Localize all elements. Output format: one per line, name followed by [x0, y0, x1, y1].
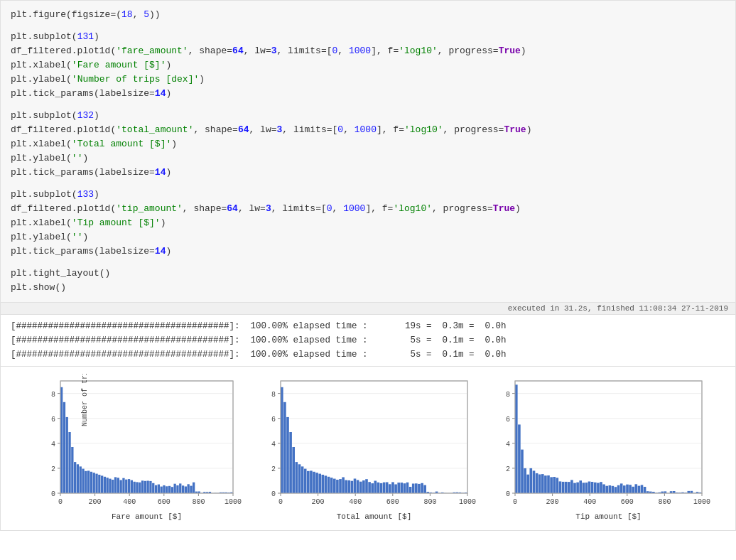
svg-text:800: 800 [192, 498, 205, 506]
svg-rect-214 [539, 475, 541, 494]
svg-rect-226 [573, 483, 576, 493]
svg-rect-145 [377, 483, 380, 493]
svg-text:4: 4 [271, 441, 276, 448]
svg-rect-120 [304, 469, 307, 493]
svg-text:0: 0 [278, 498, 283, 506]
svg-rect-144 [374, 481, 377, 494]
svg-rect-54 [161, 487, 163, 493]
svg-rect-237 [605, 486, 608, 493]
svg-text:400: 400 [123, 498, 136, 506]
svg-rect-234 [597, 483, 600, 494]
svg-rect-232 [591, 482, 594, 493]
svg-rect-118 [298, 464, 301, 493]
svg-rect-132 [339, 479, 342, 493]
svg-text:0: 0 [271, 490, 276, 498]
svg-rect-44 [134, 482, 136, 493]
svg-text:8: 8 [271, 391, 276, 399]
chart-svg: 02468 02004006008001000 Total amount [$] [258, 374, 478, 523]
svg-rect-141 [365, 479, 368, 493]
svg-rect-249 [641, 485, 644, 493]
svg-rect-39 [120, 480, 122, 494]
svg-rect-50 [149, 481, 151, 493]
svg-rect-230 [585, 483, 588, 493]
code-line [11, 180, 725, 187]
code-line: plt.xlabel('Fare amount [$]') [11, 58, 725, 72]
svg-rect-115 [289, 432, 292, 493]
svg-rect-154 [404, 483, 406, 493]
svg-text:8: 8 [506, 391, 510, 399]
svg-rect-31 [98, 475, 100, 493]
svg-rect-158 [415, 483, 418, 493]
svg-text:6: 6 [51, 416, 55, 424]
svg-rect-244 [626, 485, 629, 493]
code-line: plt.xlabel('Total amount [$]') [11, 137, 725, 151]
svg-rect-59 [174, 484, 176, 493]
svg-rect-133 [342, 478, 345, 494]
svg-rect-149 [389, 484, 391, 493]
svg-rect-228 [579, 480, 582, 493]
svg-rect-224 [568, 482, 570, 493]
svg-rect-147 [383, 483, 386, 493]
svg-rect-156 [409, 487, 412, 493]
svg-text:2: 2 [271, 465, 276, 473]
svg-rect-55 [163, 485, 165, 493]
code-line: df_filtered.plot1d('fare_amount', shape=… [11, 44, 725, 58]
svg-rect-60 [176, 485, 178, 493]
svg-rect-18 [63, 402, 65, 493]
svg-text:0: 0 [513, 498, 517, 506]
svg-rect-42 [128, 479, 130, 493]
svg-rect-222 [562, 482, 565, 493]
svg-rect-239 [612, 486, 615, 493]
svg-rect-36 [112, 480, 114, 493]
svg-rect-215 [541, 474, 544, 493]
svg-rect-152 [397, 483, 400, 493]
chart-svg: 02468 02004006008001000 Tip amount [$] [492, 374, 713, 523]
svg-rect-241 [617, 485, 620, 493]
svg-rect-212 [533, 470, 536, 493]
svg-rect-155 [406, 483, 409, 493]
svg-text:0: 0 [51, 490, 55, 498]
code-line: plt.ylabel('') [11, 151, 725, 166]
svg-rect-23 [77, 464, 79, 493]
chart-svg: 02468 02004006008001000 Fare amount [$] … [23, 374, 244, 523]
svg-rect-37 [114, 477, 117, 493]
code-line: df_filtered.plot1d('tip_amount', shape=6… [11, 202, 725, 216]
svg-rect-223 [565, 482, 568, 493]
svg-rect-242 [620, 483, 623, 493]
svg-rect-219 [553, 477, 556, 493]
svg-rect-123 [313, 472, 315, 493]
svg-rect-218 [550, 477, 553, 493]
svg-rect-146 [380, 483, 383, 493]
svg-rect-52 [155, 485, 157, 493]
svg-rect-243 [623, 485, 626, 493]
svg-rect-45 [136, 482, 138, 493]
svg-rect-225 [570, 480, 573, 493]
svg-rect-159 [418, 484, 421, 493]
svg-rect-157 [412, 484, 415, 494]
code-line [11, 101, 725, 108]
svg-rect-160 [421, 483, 423, 493]
svg-rect-136 [351, 481, 354, 493]
svg-rect-231 [588, 482, 591, 494]
svg-rect-49 [147, 481, 149, 494]
progress-line: [#######################################… [11, 319, 725, 333]
svg-rect-47 [141, 480, 144, 493]
svg-rect-246 [632, 487, 634, 493]
progress-line: [#######################################… [11, 348, 725, 362]
svg-rect-235 [600, 482, 602, 493]
svg-text:Fare amount [$]: Fare amount [$] [112, 512, 182, 521]
svg-rect-119 [301, 466, 304, 493]
svg-rect-161 [423, 485, 426, 493]
svg-text:600: 600 [158, 498, 171, 506]
svg-rect-57 [168, 486, 171, 493]
svg-rect-20 [68, 432, 70, 493]
svg-rect-233 [594, 483, 597, 493]
svg-rect-53 [158, 485, 160, 493]
chart-wrapper: 02468 02004006008001000 Tip amount [$] [485, 374, 720, 523]
svg-text:600: 600 [386, 498, 399, 506]
svg-rect-151 [394, 485, 397, 494]
svg-rect-26 [85, 471, 87, 493]
code-line: plt.subplot(132) [11, 109, 725, 123]
svg-rect-38 [117, 478, 119, 493]
svg-rect-28 [90, 472, 92, 493]
